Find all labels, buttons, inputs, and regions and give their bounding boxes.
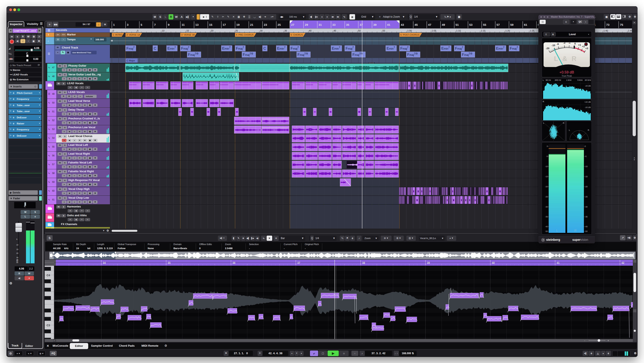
svg-text:-10: -10: [552, 44, 555, 47]
svg-text:R: R: [574, 229, 577, 232]
svg-text:21: 21: [250, 23, 254, 27]
svg-text:39: 39: [373, 23, 376, 27]
svg-text:+3: +3: [586, 47, 588, 50]
svg-text:50: 50: [358, 30, 361, 32]
svg-text:7: 7: [154, 23, 156, 27]
svg-text:-35: -35: [585, 216, 588, 218]
svg-text:59: 59: [510, 23, 514, 27]
svg-text:2: VERSE 1A: 2: VERSE 1A: [126, 34, 140, 36]
svg-text:5: CHORUS: 5: CHORUS: [291, 34, 303, 36]
svg-text:0: 0: [113, 30, 114, 32]
svg-text:II: II: [546, 33, 547, 36]
svg-text:3: 3: [127, 23, 128, 27]
svg-text:-5: -5: [585, 155, 586, 157]
svg-text:49: 49: [442, 23, 445, 27]
svg-text:-20 dB: -20 dB: [585, 85, 591, 87]
svg-text:+1: +1: [578, 44, 581, 46]
svg-text:42: 42: [622, 261, 624, 264]
svg-text:-50: -50: [585, 230, 588, 232]
svg-text:-5: -5: [546, 155, 548, 157]
svg-text:0: 0: [585, 145, 586, 147]
svg-text:1:05: 1:05: [432, 30, 436, 32]
svg-text:+2: +2: [582, 45, 585, 48]
svg-text:20 kHz: 20 kHz: [585, 79, 591, 81]
svg-text:5: 5: [137, 30, 138, 32]
svg-text:9: 9: [168, 23, 170, 27]
svg-text:1: 1: [113, 23, 115, 27]
svg-text:+: +: [608, 339, 609, 342]
svg-text:50 Hz: 50 Hz: [546, 79, 551, 81]
svg-text:19: 19: [236, 23, 240, 27]
svg-text:-10: -10: [585, 165, 588, 168]
svg-text:+20 dB: +20 dB: [584, 101, 591, 103]
svg-text:A: A: [552, 33, 554, 36]
svg-text:1:25: 1:25: [530, 30, 534, 32]
svg-text:20: 20: [211, 30, 214, 32]
svg-text:-20 dB: -20 dB: [585, 106, 591, 109]
svg-text:1 kHz: 1 kHz: [566, 79, 572, 81]
svg-text:5: 5: [140, 23, 142, 27]
svg-text:55: 55: [483, 23, 486, 27]
svg-text:43: 43: [401, 23, 404, 27]
svg-text:4: PRE-CHORUS: 4: PRE-CHORUS: [236, 34, 254, 36]
svg-text:53: 53: [469, 23, 473, 27]
svg-text:-35: -35: [545, 216, 548, 218]
svg-text:47: 47: [428, 23, 431, 27]
svg-text:C4: C4: [46, 274, 50, 277]
svg-text:-6: -6: [557, 43, 559, 45]
svg-text:11: 11: [182, 23, 185, 27]
svg-text:-: -: [584, 339, 585, 342]
svg-text:31: 31: [318, 23, 322, 27]
svg-text:41: 41: [387, 23, 390, 27]
svg-text:-50: -50: [545, 230, 548, 232]
svg-text:-30: -30: [585, 206, 588, 208]
svg-text:51: 51: [456, 23, 459, 27]
svg-text:29: 29: [305, 23, 308, 27]
svg-text:1:10: 1:10: [456, 30, 461, 32]
svg-text:15: 15: [209, 23, 212, 27]
svg-text:▼: ▼: [588, 34, 590, 36]
svg-text:-40: -40: [545, 226, 548, 228]
svg-text:36: 36: [232, 261, 236, 264]
svg-text:17: 17: [222, 23, 226, 27]
svg-text:L: L: [543, 79, 544, 81]
svg-text:75: 75: [620, 23, 624, 27]
svg-text:45: 45: [334, 30, 336, 32]
svg-text:C3: C3: [46, 324, 50, 327]
svg-text:40: 40: [309, 30, 312, 32]
svg-text:5 kHz: 5 kHz: [578, 79, 583, 81]
svg-text:38: 38: [362, 261, 365, 264]
svg-text:41: 41: [557, 261, 560, 264]
svg-text:-10: -10: [545, 165, 548, 168]
svg-text:13: 13: [195, 23, 199, 27]
svg-text:10: 10: [162, 30, 164, 32]
svg-text:-20: -20: [585, 186, 588, 188]
svg-text:-15: -15: [545, 175, 548, 178]
svg-text:1:15: 1:15: [481, 30, 485, 32]
svg-text:L: L: [556, 229, 558, 232]
svg-text:-20: -20: [545, 186, 548, 188]
svg-text:61: 61: [524, 23, 528, 27]
svg-text:39: 39: [427, 261, 430, 264]
svg-text:27: 27: [291, 23, 294, 27]
svg-text:0: 0: [547, 145, 548, 147]
svg-text:-30: -30: [545, 206, 548, 208]
svg-text:15: 15: [186, 30, 189, 32]
svg-text:25: 25: [235, 30, 238, 32]
svg-text:45: 45: [414, 23, 418, 27]
svg-text:1:00: 1:00: [407, 30, 412, 32]
svg-text:57: 57: [496, 23, 500, 27]
svg-text:37: 37: [297, 261, 300, 264]
svg-text:35: 35: [284, 30, 287, 32]
svg-text:-15: -15: [585, 175, 588, 178]
svg-text:-25: -25: [545, 196, 548, 198]
svg-text:Level: Level: [569, 33, 576, 36]
svg-text:-1: -1: [568, 42, 570, 44]
svg-text:-40: -40: [585, 226, 588, 228]
svg-text:33: 33: [332, 23, 336, 27]
svg-text:1:40: 1:40: [604, 30, 608, 32]
svg-text:55: 55: [382, 30, 385, 32]
svg-text:R: R: [543, 100, 544, 103]
svg-text:35: 35: [346, 23, 350, 27]
svg-text:3: VERSE 1B: 3: VERSE 1B: [181, 34, 195, 36]
